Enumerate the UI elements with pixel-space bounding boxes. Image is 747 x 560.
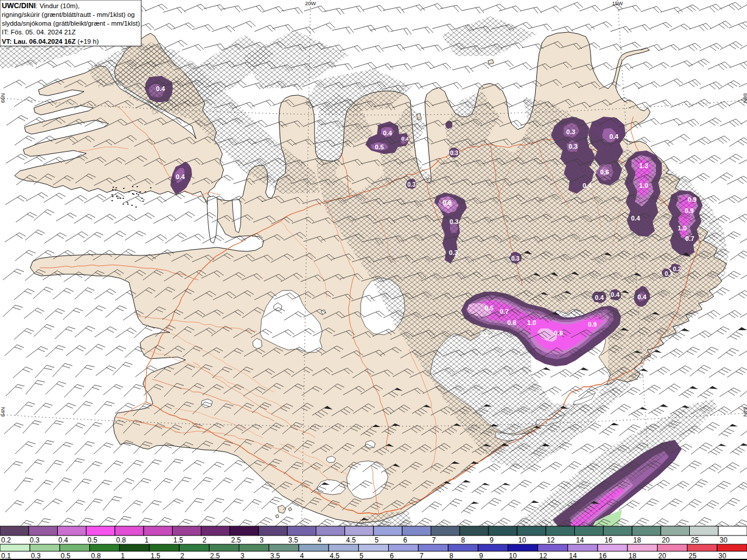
svg-text:25: 25 [691,536,699,544]
svg-text:0.9: 0.9 [588,321,596,328]
svg-text:25: 25 [689,552,697,560]
svg-text:12: 12 [547,536,555,544]
svg-text:0.7: 0.7 [685,235,694,242]
svg-text:7: 7 [420,552,424,560]
svg-text:15W: 15W [612,1,623,6]
svg-text:30: 30 [720,536,728,544]
svg-text:0.2: 0.2 [673,266,681,272]
svg-text:1: 1 [121,552,125,560]
svg-text:0.5: 0.5 [88,536,97,544]
svg-text:66N: 66N [742,93,747,103]
svg-text:1.0: 1.0 [527,319,536,326]
svg-text:0.3: 0.3 [566,128,575,135]
svg-text:14: 14 [569,552,577,560]
svg-text:0.9: 0.9 [685,207,693,214]
svg-text:0.6: 0.6 [600,169,609,176]
svg-text:0.4: 0.4 [610,291,620,298]
svg-text:0.3: 0.3 [407,181,416,188]
svg-text:0.9: 0.9 [687,196,696,203]
svg-text:12: 12 [539,552,547,560]
svg-text:0.8: 0.8 [554,330,563,337]
svg-text:2.5: 2.5 [231,536,241,544]
svg-text:2: 2 [180,552,184,560]
svg-text:0.5: 0.5 [484,304,493,312]
svg-text:10: 10 [509,552,517,560]
svg-text:16: 16 [599,552,607,560]
svg-text:0.4: 0.4 [402,136,409,142]
svg-text:5: 5 [375,536,379,544]
svg-text:0.4: 0.4 [637,293,647,300]
svg-text:4.5: 4.5 [330,552,340,560]
svg-text:30: 30 [718,552,727,560]
svg-text:0.3: 0.3 [450,150,458,156]
svg-text:rigning/skúrir (grænt/blátt/ra: rigning/skúrir (grænt/blátt/rautt - mm/1… [2,11,135,18]
svg-text:0.3: 0.3 [449,218,458,225]
svg-text:0.7: 0.7 [500,308,508,315]
svg-text:0.3: 0.3 [665,271,673,277]
svg-text:3.5: 3.5 [270,552,280,560]
svg-text:20: 20 [658,552,666,560]
svg-text:2: 2 [203,536,207,544]
svg-text:20: 20 [662,536,670,544]
svg-text:1.5: 1.5 [173,536,183,544]
svg-text:0.8: 0.8 [480,331,488,337]
svg-text:3.5: 3.5 [288,536,298,544]
svg-text:0.3: 0.3 [30,536,40,544]
svg-text:9: 9 [479,552,483,560]
svg-text:0.4: 0.4 [609,133,619,140]
svg-text:6: 6 [390,552,394,560]
svg-text:0.4: 0.4 [631,215,640,222]
svg-text:8: 8 [449,552,453,560]
svg-text:1.0: 1.0 [639,182,648,189]
svg-text:1: 1 [145,536,149,544]
svg-text:0.3: 0.3 [31,552,41,560]
svg-text:0.4: 0.4 [582,182,592,189]
svg-text:1.0: 1.0 [678,225,686,232]
svg-text:66N: 66N [0,93,6,103]
svg-text:0.4: 0.4 [595,294,604,301]
svg-text:0.4: 0.4 [176,173,185,180]
svg-text:0.8: 0.8 [91,552,101,560]
svg-text:0.2: 0.2 [1,536,11,544]
svg-text:4.5: 4.5 [346,536,356,544]
svg-text:4: 4 [300,552,304,560]
svg-text:1.3: 1.3 [639,162,648,169]
svg-text:0.3: 0.3 [511,256,519,262]
svg-text:14: 14 [576,536,584,544]
svg-text:0.3: 0.3 [449,249,458,256]
svg-text:18: 18 [629,552,637,560]
svg-text:2.5: 2.5 [210,552,220,560]
svg-text:0.4: 0.4 [156,85,165,92]
svg-text:1.5: 1.5 [151,552,160,560]
svg-text:3: 3 [240,552,245,560]
svg-text:18: 18 [633,536,641,544]
svg-text:0.5: 0.5 [375,144,383,150]
svg-text:UWC/DINI: Vindur (10m),: UWC/DINI: Vindur (10m), [2,2,79,10]
svg-text:0.5: 0.5 [61,552,71,560]
svg-text:0.8: 0.8 [116,536,126,544]
svg-text:8: 8 [461,536,465,544]
svg-text:0.1: 0.1 [1,552,11,560]
svg-text:VT: Lau. 06.04.2024 16Z (+19 h: VT: Lau. 06.04.2024 16Z (+19 h) [2,38,99,45]
svg-text:10: 10 [518,536,526,544]
svg-text:16: 16 [605,536,613,544]
svg-text:IT: Fös. 05. 04. 2024 21Z: IT: Fös. 05. 04. 2024 21Z [2,29,76,36]
svg-text:0.6: 0.6 [442,199,451,206]
svg-text:3: 3 [260,536,264,544]
svg-text:64N: 64N [0,407,6,417]
svg-text:20W: 20W [305,1,316,6]
svg-text:0.8: 0.8 [507,319,516,326]
svg-text:64N: 64N [742,407,747,417]
svg-text:5: 5 [359,552,364,560]
svg-text:slydda/snjókoma (grátt/bleikt/: slydda/snjókoma (grátt/bleikt/grænt - mm… [2,20,140,27]
svg-text:7: 7 [432,536,436,544]
svg-text:4: 4 [317,536,322,544]
svg-text:9: 9 [490,536,494,544]
svg-text:0.3: 0.3 [568,143,577,150]
svg-text:6: 6 [403,536,407,544]
svg-text:0.4: 0.4 [58,536,68,544]
svg-text:0.4: 0.4 [383,130,392,136]
